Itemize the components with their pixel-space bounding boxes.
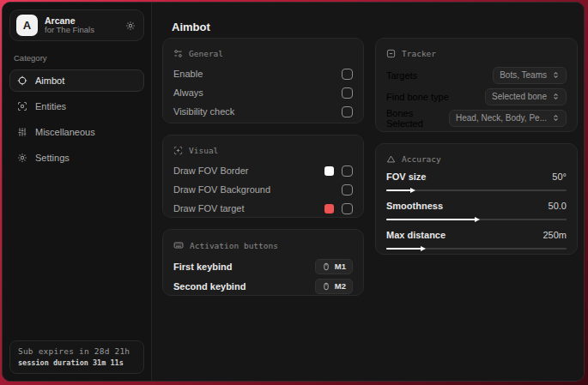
fov-background-checkbox[interactable] [342,184,353,196]
setting-row-fov-background: Draw FOV Background [173,180,353,199]
fov-size-value: 50° [552,171,567,182]
sidebar-item-miscellaneous[interactable]: Miscellaneous [9,121,144,143]
enable-checkbox[interactable] [342,69,353,80]
brand-subtitle: for The Finals [45,26,118,35]
fov-size-slider[interactable] [386,187,567,194]
first-keybind-button[interactable]: M1 [315,259,353,274]
fov-border-checkbox[interactable] [342,165,353,177]
focus-icon [173,146,183,155]
slider-group-max-distance: Max distance 250m [386,228,567,252]
visual-card: Visual Draw FOV Border Draw FOV Backgrou… [162,135,364,218]
page-title: Aimbot [172,21,210,33]
tracker-row-bones-selected: Bones Selected Head, Neck, Body, Pe... [386,107,567,129]
fov-target-color-swatch[interactable] [324,204,334,214]
card-title: General [189,49,223,58]
setting-row-visibility-check: Visibility check [173,102,353,121]
settings-lines-icon [173,49,183,58]
keyboard-icon [173,240,184,250]
sidebar-item-entities[interactable]: Entities [9,95,144,117]
card-title: Activation buttons [190,241,278,250]
card-title: Tracker [402,49,436,58]
sidebar-item-label: Miscellaneous [35,127,95,137]
chevrons-up-down-icon [552,93,560,100]
main-panel: Aimbot General Enable [152,3,584,381]
smoothness-value: 50.0 [549,201,567,211]
category-label: Category [14,53,144,63]
sidebar-item-settings[interactable]: Settings [9,147,144,169]
keybind-row-second: Second keybind M2 [173,276,353,296]
setting-row-fov-border: Draw FOV Border [173,161,353,180]
slider-thumb[interactable] [410,188,415,193]
triangle-icon [386,154,396,164]
keybind-row-first: First keybind M1 [173,256,353,276]
gear-icon[interactable] [125,21,136,31]
fov-target-checkbox[interactable] [342,203,353,214]
mouse-icon [322,262,330,271]
accuracy-card: Accuracy FOV size 50° [375,143,578,255]
sidebar-item-label: Aimbot [35,75,64,86]
subscription-info-card: Sub expires in 28d 21h session duration … [9,340,144,374]
card-title: Visual [189,146,218,155]
max-distance-slider[interactable] [386,245,567,252]
sliders-icon [17,127,27,137]
gear-icon [17,153,27,163]
sidebar-item-label: Entities [35,101,66,111]
find-bone-type-dropdown[interactable]: Selected bone [485,88,567,105]
tracker-row-targets: Targets Bots, Teams [386,64,567,86]
tracker-row-find-bone: Find bone type Selected bone [386,86,567,107]
setting-row-fov-target: Draw FOV target [173,199,353,218]
brand-card: A Arcane for The Finals [9,9,144,41]
targets-dropdown[interactable]: Bots, Teams [493,67,567,84]
sidebar: A Arcane for The Finals Category [3,3,152,381]
visibility-check-checkbox[interactable] [342,106,353,117]
setting-row-always: Always [173,83,353,102]
session-duration-text: session duration 31m 11s [18,358,136,367]
chevrons-up-down-icon [552,114,560,122]
fov-border-color-swatch[interactable] [324,166,334,176]
crosshair-icon [17,75,27,86]
always-checkbox[interactable] [342,87,353,99]
slider-thumb[interactable] [421,246,426,251]
second-keybind-button[interactable]: M2 [315,279,353,294]
sub-expires-text: Sub expires in 28d 21h [18,346,136,356]
bones-selected-dropdown[interactable]: Head, Neck, Body, Pe... [449,110,567,127]
activation-buttons-card: Activation buttons First keybind M1 [162,229,364,296]
tracker-card: Tracker Targets Bots, Teams [375,38,578,132]
sidebar-item-label: Settings [35,153,70,163]
smoothness-slider[interactable] [386,216,567,223]
slider-group-fov-size: FOV size 50° [386,170,567,194]
sidebar-item-aimbot[interactable]: Aimbot [9,69,144,92]
brand-logo: A [16,15,38,36]
setting-row-enable: Enable [173,64,353,83]
general-card: General Enable Always Visibility check [162,38,364,123]
select-box-icon [386,49,396,58]
app-window: A Arcane for The Finals Category [2,2,585,382]
slider-group-smoothness: Smoothness 50.0 [386,199,567,223]
sidebar-nav: Aimbot Entities Miscella [9,69,144,169]
mouse-icon [322,282,330,291]
max-distance-value: 250m [543,230,567,240]
card-title: Accuracy [402,154,441,164]
scan-eye-icon [17,101,27,111]
slider-thumb[interactable] [475,217,480,222]
chevrons-up-down-icon [552,71,560,79]
